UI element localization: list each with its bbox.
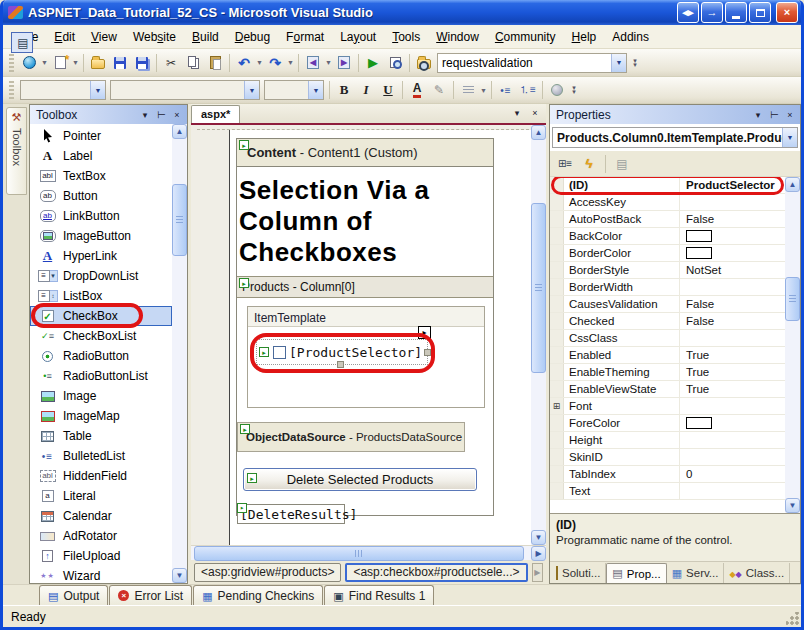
menu-website[interactable]: Website <box>125 26 184 48</box>
property-pages-icon[interactable]: ▤ <box>611 153 633 174</box>
property-row-font[interactable]: ⊞Font <box>550 398 785 415</box>
events-icon[interactable]: ϟ <box>578 153 600 174</box>
dropdown-arrow-icon[interactable]: ▼ <box>40 52 49 74</box>
toolbox-item-hiddenfield[interactable]: ablHiddenField <box>30 466 172 486</box>
toolbox-item-label[interactable]: ALabel <box>30 146 172 166</box>
highlight-icon[interactable]: ✎ <box>428 79 450 101</box>
forecolor-icon[interactable]: A <box>406 79 428 101</box>
toolbar-overflow-icon[interactable]: ▾▾ <box>629 52 641 74</box>
toolbox-item-listbox[interactable]: ≡↕ListBox <box>30 286 172 306</box>
toolbox-side-tab[interactable]: ⚒ Toolbox <box>6 107 27 195</box>
window-switch-icon[interactable]: ◂▸ <box>677 2 699 23</box>
scroll-right-icon[interactable]: ▶ <box>531 546 546 561</box>
object-selector-combo[interactable]: Products.Column0.ItemTemplate.Product ▼ <box>552 127 798 148</box>
toolbox-item-button[interactable]: abButton <box>30 186 172 206</box>
numbering-icon[interactable]: ⒈≡ <box>517 79 539 101</box>
scroll-up-icon[interactable]: ▲ <box>785 177 800 192</box>
objectdatasource-control[interactable]: ▸ ObjectDataSource - ProductsDataSource <box>237 422 465 452</box>
font-combo[interactable]: ▼ <box>264 80 324 100</box>
property-value[interactable] <box>680 330 785 346</box>
property-row-text[interactable]: Text <box>550 483 785 500</box>
property-value[interactable] <box>680 279 785 295</box>
dropdown-arrow-icon[interactable]: ▼ <box>286 52 295 74</box>
dock-tab-output[interactable]: ▤Output <box>39 585 108 605</box>
underline-icon[interactable]: U <box>377 79 399 101</box>
menu-view[interactable]: View <box>83 26 125 48</box>
toolbar-grip[interactable] <box>9 81 14 99</box>
align-left-icon[interactable] <box>457 79 479 101</box>
productselector-checkbox-control[interactable]: ▸ [ProductSelector] ▸ <box>256 339 428 365</box>
menu-format[interactable]: Format <box>278 26 332 48</box>
property-row-tabindex[interactable]: TabIndex0 <box>550 466 785 483</box>
menu-tools[interactable]: Tools <box>384 26 428 48</box>
toolbox-item-textbox[interactable]: ablTextBox <box>30 166 172 186</box>
pin-icon[interactable]: ⊥ <box>767 108 781 122</box>
close-document-icon[interactable]: × <box>528 106 542 120</box>
content-control-header[interactable]: ▸ Content - Content1 (Custom) <box>237 139 493 167</box>
categorized-icon[interactable]: ⊞≡ <box>554 153 576 174</box>
dock-tab-error-list[interactable]: ×Error List <box>109 585 192 605</box>
bold-icon[interactable]: B <box>333 79 355 101</box>
expand-icon[interactable]: ⊞ <box>550 398 564 414</box>
item-template-box[interactable]: ItemTemplate ▸ [ProductSelector] ▸ <box>247 306 485 408</box>
copy-icon[interactable] <box>182 52 204 74</box>
maximize-icon[interactable] <box>749 2 771 23</box>
open-file-icon[interactable] <box>87 52 109 74</box>
menu-community[interactable]: Community <box>487 26 564 48</box>
panel-tab-soluti[interactable]: Soluti... <box>551 563 606 583</box>
new-website-icon[interactable] <box>18 52 40 74</box>
scroll-down-icon[interactable]: ▼ <box>172 568 187 583</box>
property-value[interactable] <box>680 194 785 210</box>
toolbox-item-dropdownlist[interactable]: ≡▼DropDownList <box>30 266 172 286</box>
toolbox-item-pointer[interactable]: Pointer <box>30 126 172 146</box>
scrollbar-thumb[interactable] <box>785 277 800 321</box>
toolbox-scrollbar[interactable]: ▲ ▼ <box>172 124 187 583</box>
dropdown-arrow-icon[interactable]: ▼ <box>71 52 80 74</box>
toolbox-header[interactable]: Toolbox ▾ ⊥ × <box>30 105 187 124</box>
property-row-borderstyle[interactable]: BorderStyleNotSet <box>550 262 785 279</box>
toolbox-item-radiobutton[interactable]: RadioButton <box>30 346 172 366</box>
pin-icon[interactable]: ⊥ <box>154 108 168 122</box>
navigate-back-icon[interactable]: ◀ <box>302 52 324 74</box>
menu-help[interactable]: Help <box>564 26 605 48</box>
smart-tag-icon[interactable]: ▸ <box>418 326 431 339</box>
navigate-forward-icon[interactable]: ▶ <box>333 52 355 74</box>
document-list-icon[interactable]: ▾ <box>510 106 524 120</box>
property-value[interactable]: True <box>680 364 785 380</box>
menu-layout[interactable]: Layout <box>332 26 384 48</box>
italic-icon[interactable]: I <box>355 79 377 101</box>
design-surface[interactable]: ▸ Content - Content1 (Custom) Selection … <box>191 125 531 545</box>
toolbox-item-table[interactable]: Table <box>30 426 172 446</box>
resize-grip[interactable] <box>786 612 799 625</box>
paste-icon[interactable] <box>204 52 226 74</box>
property-value[interactable]: ProductSelector <box>680 177 785 193</box>
dropdown-arrow-icon[interactable]: ▼ <box>324 52 333 74</box>
deleteresults-label[interactable]: ▸ [DeleteResults] <box>237 504 345 524</box>
close-icon[interactable]: × <box>170 108 184 122</box>
property-value[interactable]: False <box>680 211 785 227</box>
property-value[interactable] <box>680 415 785 431</box>
color-swatch[interactable] <box>686 247 712 259</box>
search-input[interactable] <box>438 55 586 71</box>
toolbox-item-wizard[interactable]: ★★Wizard <box>30 566 172 586</box>
toolbox-item-imagebutton[interactable]: ImageButton <box>30 226 172 246</box>
scroll-up-icon[interactable]: ▲ <box>531 125 546 140</box>
bullets-icon[interactable]: •≡ <box>495 79 517 101</box>
property-row-cssclass[interactable]: CssClass <box>550 330 785 347</box>
property-value[interactable] <box>680 245 785 261</box>
toolbox-item-checkbox[interactable]: ✓CheckBox <box>30 306 172 326</box>
property-value[interactable] <box>680 449 785 465</box>
view-in-browser-icon[interactable] <box>384 52 406 74</box>
color-swatch[interactable] <box>686 417 712 429</box>
property-value[interactable]: False <box>680 313 785 329</box>
save-all-icon[interactable] <box>131 52 153 74</box>
toolbox-item-checkboxlist[interactable]: ✓≡CheckBoxList <box>30 326 172 346</box>
panel-tab-serv[interactable]: ▦Serv... <box>667 563 725 583</box>
minimize-icon[interactable] <box>725 2 747 23</box>
window-menu-icon[interactable]: ▾ <box>138 108 152 122</box>
property-row-height[interactable]: Height <box>550 432 785 449</box>
menu-build[interactable]: Build <box>184 26 227 48</box>
menu-debug[interactable]: Debug <box>227 26 278 48</box>
toolbar-grip[interactable] <box>9 54 14 72</box>
panel-tab-prop[interactable]: ▤Prop... <box>606 563 666 583</box>
